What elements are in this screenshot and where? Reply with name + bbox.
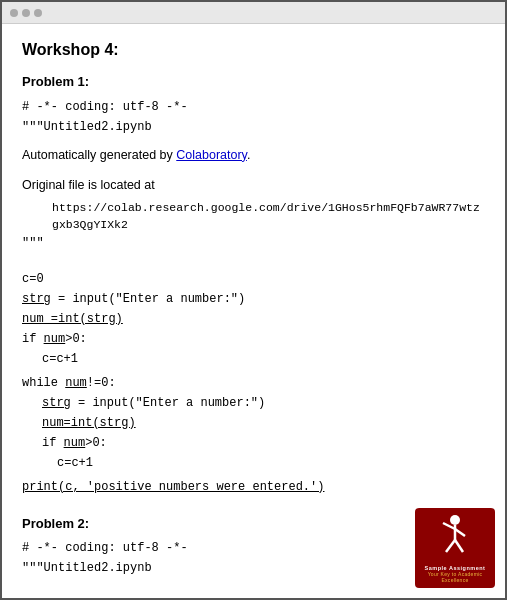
browser-dot-1 bbox=[10, 9, 18, 17]
code-line-coding: # -*- coding: utf-8 -*- bbox=[22, 98, 485, 116]
code-print: print(c, 'positive numbers were entered.… bbox=[22, 478, 485, 496]
auto-generated-text: Automatically generated by Colaboratory. bbox=[22, 146, 485, 165]
strg-underline: strg bbox=[22, 292, 51, 306]
original-file-text: Original file is located at bbox=[22, 176, 485, 195]
auto-text-label: Automatically generated by bbox=[22, 148, 176, 162]
num-underline2: num bbox=[44, 332, 66, 346]
svg-line-5 bbox=[455, 540, 463, 552]
code-c-plus1-first: c=c+1 bbox=[42, 350, 485, 368]
svg-point-0 bbox=[450, 515, 460, 525]
print-underline: print(c, 'positive numbers were entered.… bbox=[22, 480, 324, 494]
watermark-text-bottom: Your Key to Academic Excellence bbox=[415, 571, 495, 583]
code-if-num-while: if num>0: bbox=[42, 434, 485, 452]
svg-line-4 bbox=[446, 540, 455, 552]
code-strg-input-while: strg = input("Enter a number:") bbox=[42, 394, 485, 412]
code-while-num: while num!=0: bbox=[22, 374, 485, 392]
num-underline3: num bbox=[65, 376, 87, 390]
num-underline4: num=int(strg) bbox=[42, 416, 136, 430]
code-line-notebook: """Untitled2.ipynb bbox=[22, 118, 485, 136]
period: . bbox=[247, 148, 250, 162]
svg-line-3 bbox=[455, 529, 465, 536]
page-title: Workshop 4: bbox=[22, 38, 485, 62]
code-num-int: num =int(strg) bbox=[22, 310, 485, 328]
browser-dot-3 bbox=[34, 9, 42, 17]
code-strg-input: strg = input("Enter a number:") bbox=[22, 290, 485, 308]
code-c0: c=0 bbox=[22, 270, 485, 288]
browser-dot-2 bbox=[22, 9, 30, 17]
colab-url[interactable]: https://colab.research.google.com/drive/… bbox=[52, 199, 485, 234]
code-c-plus1-while: c=c+1 bbox=[57, 454, 485, 472]
colaboratory-link[interactable]: Colaboratory bbox=[176, 148, 247, 162]
closing-quotes: """ bbox=[22, 234, 485, 252]
num-underline1: num =int(strg) bbox=[22, 312, 123, 326]
browser-bar bbox=[2, 2, 505, 24]
problem1-title: Problem 1: bbox=[22, 72, 485, 92]
watermark: Sample Assignment Your Key to Academic E… bbox=[415, 508, 495, 588]
page-container: Workshop 4: Problem 1: # -*- coding: utf… bbox=[0, 0, 507, 600]
code-if-num: if num>0: bbox=[22, 330, 485, 348]
watermark-figure-icon bbox=[437, 514, 473, 563]
strg-underline2: strg bbox=[42, 396, 71, 410]
code-num-int-while: num=int(strg) bbox=[42, 414, 485, 432]
num-underline5: num bbox=[64, 436, 86, 450]
